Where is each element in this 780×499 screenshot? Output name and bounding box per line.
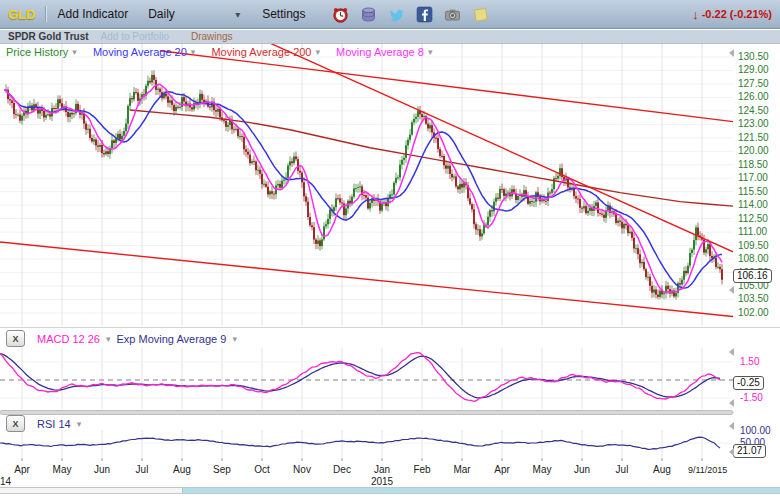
legend-ma200-label: Moving Average 200 bbox=[211, 46, 311, 58]
macd-dropdown[interactable]: MACD 12 26 bbox=[37, 333, 100, 345]
sticky-note-icon[interactable] bbox=[472, 6, 489, 23]
chevron-down-icon: ▾ bbox=[77, 419, 82, 429]
time-scrollbar-range[interactable] bbox=[182, 488, 780, 493]
legend-ma20-dropdown[interactable]: Moving Average 20 ▾ bbox=[93, 46, 196, 58]
period-dropdown[interactable]: Daily ▾ bbox=[148, 7, 240, 21]
database-icon[interactable] bbox=[360, 6, 377, 23]
add-indicator-button[interactable]: Add Indicator bbox=[57, 7, 128, 21]
rsi-dropdown[interactable]: RSI 14 bbox=[37, 418, 71, 430]
drawings-button[interactable]: Drawings bbox=[191, 31, 233, 42]
macd-signal-dropdown[interactable]: Exp Moving Average 9 bbox=[117, 333, 227, 345]
toolbar: GLD Add Indicator Daily ▾ Settings bbox=[0, 0, 780, 29]
symbol-subbar: SPDR Gold Trust Add to Portfolio Drawing… bbox=[0, 30, 780, 44]
legend-price-history-dropdown[interactable]: Price History ▾ bbox=[6, 46, 77, 58]
chevron-down-icon: ▾ bbox=[428, 47, 433, 57]
facebook-icon[interactable] bbox=[416, 6, 433, 23]
chevron-down-icon: ▾ bbox=[72, 47, 77, 57]
alarm-clock-icon[interactable] bbox=[332, 6, 349, 23]
toolbar-icons bbox=[332, 6, 489, 23]
chevron-down-icon: ▾ bbox=[232, 334, 237, 344]
chevron-down-icon: ▾ bbox=[106, 334, 111, 344]
rsi-panel-header: X RSI 14 ▾ bbox=[6, 415, 81, 432]
price-panel-legend: Price History ▾ Moving Average 20 ▾ Movi… bbox=[6, 46, 442, 58]
macd-label: MACD 12 26 bbox=[37, 333, 100, 345]
legend-ma8-label: Moving Average 8 bbox=[336, 46, 424, 58]
legend-ma8-dropdown[interactable]: Moving Average 8 ▾ bbox=[336, 46, 432, 58]
rsi-close-button[interactable]: X bbox=[6, 415, 25, 432]
camera-icon[interactable] bbox=[444, 6, 461, 23]
chevron-down-icon: ▾ bbox=[315, 47, 320, 57]
toolbar-separator bbox=[45, 6, 47, 22]
legend-price-history-label: Price History bbox=[6, 46, 68, 58]
app-window: 130.50129.00127.50126.00124.50123.00121.… bbox=[0, 0, 780, 499]
chevron-down-icon: ▾ bbox=[235, 9, 240, 20]
macd-panel-header: X MACD 12 26 ▾ Exp Moving Average 9 ▾ bbox=[6, 330, 237, 347]
settings-button[interactable]: Settings bbox=[262, 7, 305, 21]
panel-resize-handle bbox=[0, 411, 733, 415]
macd-series bbox=[0, 353, 720, 402]
add-to-portfolio-button[interactable]: Add to Portfolio bbox=[101, 31, 169, 42]
price-change: ↓ -0.22 (-0.21%) bbox=[692, 7, 772, 22]
twitter-icon[interactable] bbox=[388, 6, 405, 23]
legend-ma200-dropdown[interactable]: Moving Average 200 ▾ bbox=[211, 46, 320, 58]
macd-close-button[interactable]: X bbox=[6, 330, 25, 347]
price-change-value: -0.22 (-0.21%) bbox=[702, 8, 772, 20]
chevron-down-icon: ▾ bbox=[191, 47, 196, 57]
chart-canvas[interactable] bbox=[0, 0, 780, 499]
down-arrow-icon: ↓ bbox=[692, 7, 699, 22]
candlestick-series bbox=[0, 36, 733, 316]
symbol-fullname: SPDR Gold Trust bbox=[8, 31, 89, 42]
legend-ma20-label: Moving Average 20 bbox=[93, 46, 187, 58]
time-scrollbar[interactable] bbox=[0, 487, 780, 494]
macd-signal-label: Exp Moving Average 9 bbox=[117, 333, 227, 345]
period-dropdown-value: Daily bbox=[148, 7, 175, 21]
symbol-label: GLD bbox=[8, 7, 35, 22]
rsi-label: RSI 14 bbox=[37, 418, 71, 430]
